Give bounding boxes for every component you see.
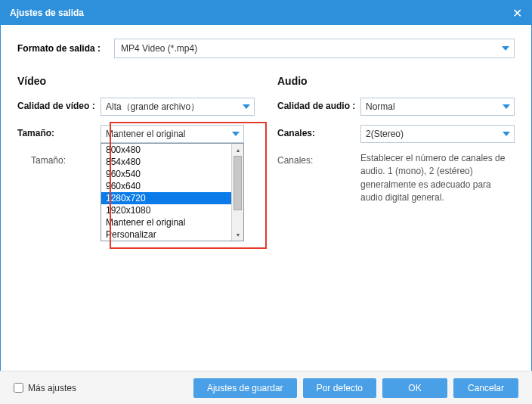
output-format-select[interactable]: MP4 Video (*.mp4) [114,39,515,58]
audio-channels-value: 2(Stereo) [366,129,404,139]
size-option-custom[interactable]: Personalizar [101,228,243,241]
size-option-keep-original[interactable]: Mantener el original [101,216,243,228]
default-button[interactable]: Por defecto [303,378,376,398]
chevron-down-icon [502,46,509,51]
output-format-row: Formato de salida : MP4 Video (*.mp4) [17,39,515,58]
audio-quality-label: Calidad de audio : [277,98,360,111]
video-size-value: Mantener el original [106,129,185,139]
output-format-value: MP4 Video (*.mp4) [121,43,197,54]
chevron-down-icon [503,132,510,136]
video-quality-select[interactable]: Alta（grande archivo） [101,98,255,116]
video-size-label: Tamaño: [17,125,101,138]
audio-channels-desc: Establecer el número de canales de audio… [360,152,515,205]
titlebar: Ajustes de salida ✕ [1,1,531,25]
size-option-1280x720[interactable]: 1280x720 [101,192,243,204]
output-format-label: Formato de salida : [17,43,114,54]
save-settings-button[interactable]: Ajustes de guardar [193,378,297,398]
dialog-footer: Más ajustes Ajustes de guardar Por defec… [0,371,532,404]
audio-channels-label: Canales: [277,125,360,138]
scroll-down-icon[interactable]: ▾ [232,228,243,241]
video-quality-value: Alta（grande archivo） [106,101,200,113]
scroll-thumb[interactable] [234,156,242,210]
more-settings-checkbox[interactable]: Más ajustes [14,383,76,393]
video-quality-label: Calidad de vídeo : [17,98,101,111]
more-settings-label: Más ajustes [28,383,76,393]
video-size-dropdown: 800x480 854x480 960x540 960x640 1280x720… [101,143,244,241]
chevron-down-icon [503,104,510,109]
video-size-select[interactable]: Mantener el original [101,125,244,143]
audio-channels-select[interactable]: 2(Stereo) [360,125,515,143]
size-option-800x480[interactable]: 800x480 [101,144,243,156]
audio-quality-value: Normal [366,101,395,112]
video-heading: Vídeo [17,75,255,87]
audio-section: Audio Calidad de audio : Normal Canales:… [277,75,515,214]
dropdown-scrollbar[interactable]: ▴ ▾ [231,144,243,241]
close-icon[interactable]: ✕ [512,6,522,20]
size-option-960x640[interactable]: 960x640 [101,180,243,192]
video-section: Vídeo Calidad de vídeo : Alta（grande arc… [17,75,255,214]
more-settings-input[interactable] [14,383,23,393]
cancel-button[interactable]: Cancelar [453,378,518,398]
size-option-854x480[interactable]: 854x480 [101,156,243,168]
chevron-down-icon [232,132,240,136]
audio-channels-hint-label: Canales: [277,152,360,166]
dialog-title: Ajustes de salida [10,8,84,18]
ok-button[interactable]: OK [382,378,447,398]
size-option-960x540[interactable]: 960x540 [101,168,243,180]
video-size-hint-label: Tamaño: [17,152,101,166]
dialog-content: Formato de salida : MP4 Video (*.mp4) Ví… [1,25,531,371]
audio-heading: Audio [277,75,515,87]
audio-quality-select[interactable]: Normal [360,98,515,116]
scroll-up-icon[interactable]: ▴ [232,144,243,156]
chevron-down-icon [243,104,250,109]
size-option-1920x1080[interactable]: 1920x1080 [101,204,243,216]
